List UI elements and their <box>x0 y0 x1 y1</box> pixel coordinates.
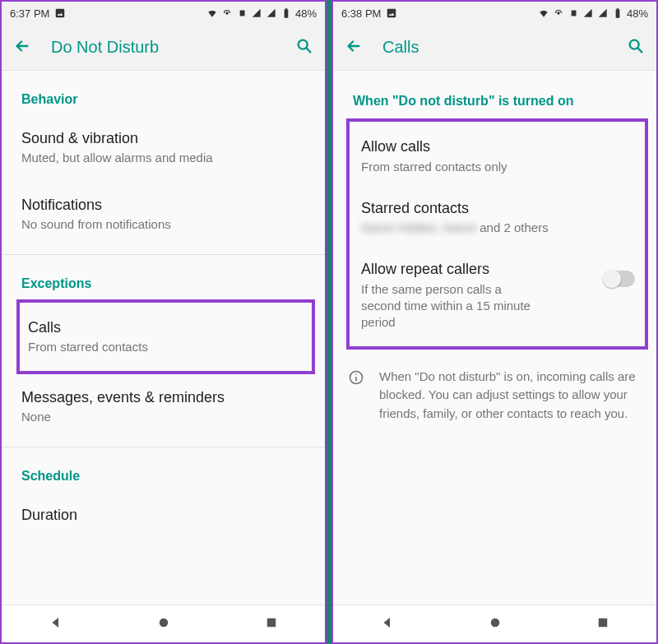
image-icon <box>386 7 397 19</box>
status-time: 6:37 PM <box>10 7 49 20</box>
row-subtitle: If the same person calls a second time w… <box>361 281 542 331</box>
wifi-icon <box>538 7 549 19</box>
signal-icon <box>582 7 594 19</box>
section-exceptions: Exceptions <box>2 255 325 299</box>
nav-recent[interactable] <box>595 615 610 633</box>
svg-point-9 <box>557 12 560 15</box>
battery-icon <box>612 7 623 19</box>
row-duration[interactable]: Duration <box>2 492 325 540</box>
hotspot-icon <box>553 7 564 19</box>
svg-point-17 <box>490 618 499 627</box>
search-button[interactable] <box>295 37 313 58</box>
row-subtitle: From starred contacts only <box>361 159 635 175</box>
back-button[interactable] <box>345 37 363 58</box>
nav-recent[interactable] <box>264 615 279 633</box>
row-title: Sound & vibration <box>21 128 305 148</box>
app-bar: Do Not Disturb <box>2 25 325 71</box>
svg-rect-0 <box>56 9 65 18</box>
section-schedule: Schedule <box>2 447 325 492</box>
page-title: Do Not Disturb <box>51 38 295 57</box>
status-bar: 6:38 PM 48% <box>333 2 656 25</box>
search-icon <box>627 37 645 55</box>
wifi-icon <box>206 7 218 19</box>
circle-home-icon <box>156 615 171 630</box>
highlight-call-settings: Allow calls From starred contacts only S… <box>346 118 648 349</box>
svg-rect-3 <box>285 9 289 17</box>
nav-bar <box>333 605 656 642</box>
svg-point-16 <box>355 373 357 375</box>
section-dnd-on: When "Do not disturb" is turned on <box>333 71 656 118</box>
nav-back[interactable] <box>49 615 63 633</box>
row-allow-repeat-callers[interactable]: Allow repeat callers If the same person … <box>354 248 640 342</box>
blurred-names: Name Hidden, Name <box>361 220 476 234</box>
row-subtitle: No sound from notifications <box>21 216 305 233</box>
row-starred-contacts[interactable]: Starred contacts Name Hidden, Name and 2… <box>354 187 640 248</box>
row-messages[interactable]: Messages, events & reminders None <box>2 374 325 441</box>
row-calls[interactable]: Calls From starred contacts <box>23 306 308 368</box>
search-icon <box>295 37 313 55</box>
square-recent-icon <box>595 615 610 630</box>
row-title: Messages, events & reminders <box>21 387 305 407</box>
nav-back[interactable] <box>380 615 395 633</box>
triangle-back-icon <box>49 615 63 630</box>
battery-percent: 48% <box>627 7 648 20</box>
svg-rect-18 <box>598 618 607 627</box>
highlight-calls: Calls From starred contacts <box>16 299 315 374</box>
content-area: Behavior Sound & vibration Muted, but al… <box>2 71 325 605</box>
svg-rect-7 <box>266 618 276 627</box>
signal-icon <box>251 7 262 19</box>
status-time: 6:38 PM <box>341 7 381 20</box>
row-allow-calls[interactable]: Allow calls From starred contacts only <box>354 125 640 187</box>
right-screenshot: 6:38 PM 48% Calls When "Do not disturb" … <box>331 0 658 644</box>
page-title: Calls <box>382 38 627 57</box>
svg-rect-8 <box>387 9 396 18</box>
info-text: When "Do not disturb" is on, incoming ca… <box>379 368 638 424</box>
svg-rect-2 <box>240 11 245 16</box>
svg-rect-11 <box>616 9 620 17</box>
content-area: When "Do not disturb" is turned on Allow… <box>333 71 656 605</box>
hotspot-icon <box>221 7 233 19</box>
svg-point-6 <box>159 618 168 627</box>
row-subtitle: From starred contacts <box>28 339 305 355</box>
row-notifications[interactable]: Notifications No sound from notification… <box>2 182 325 248</box>
row-subtitle: Name Hidden, Name and 2 others <box>361 220 635 236</box>
app-bar: Calls <box>333 25 656 71</box>
square-recent-icon <box>264 615 279 630</box>
section-behavior: Behavior <box>2 71 325 115</box>
circle-home-icon <box>488 615 503 630</box>
lte-icon <box>236 7 248 19</box>
back-button[interactable] <box>13 37 31 58</box>
row-sound-vibration[interactable]: Sound & vibration Muted, but allow alarm… <box>2 115 325 182</box>
row-title: Allow calls <box>361 137 635 156</box>
signal-icon-2 <box>266 7 277 19</box>
row-title: Notifications <box>21 195 305 215</box>
signal-icon-2 <box>597 7 609 19</box>
arrow-left-icon <box>345 37 363 55</box>
svg-rect-10 <box>572 11 577 16</box>
repeat-callers-toggle[interactable] <box>604 271 635 287</box>
svg-rect-4 <box>285 8 287 9</box>
battery-percent: 48% <box>295 7 317 20</box>
svg-rect-12 <box>617 8 619 9</box>
image-icon <box>54 7 66 19</box>
row-subtitle: None <box>21 409 305 425</box>
row-subtitle: Muted, but allow alarms and media <box>21 150 305 166</box>
nav-home[interactable] <box>488 615 503 633</box>
nav-bar <box>2 605 325 642</box>
row-title: Duration <box>21 505 305 525</box>
row-title: Starred contacts <box>361 198 635 218</box>
triangle-back-icon <box>380 615 395 630</box>
left-screenshot: 6:37 PM 48% Do Not Disturb Behavior Soun… <box>0 0 327 644</box>
status-bar: 6:37 PM 48% <box>2 2 325 25</box>
nav-home[interactable] <box>156 615 171 633</box>
info-icon <box>348 369 364 424</box>
others-count: and 2 others <box>480 220 548 234</box>
row-title: Calls <box>28 317 305 337</box>
lte-icon <box>568 7 579 19</box>
search-button[interactable] <box>627 37 645 58</box>
battery-icon <box>280 7 292 19</box>
arrow-left-icon <box>13 37 31 55</box>
row-title: Allow repeat callers <box>361 259 597 279</box>
svg-point-1 <box>225 12 229 15</box>
info-block: When "Do not disturb" is on, incoming ca… <box>333 350 656 442</box>
